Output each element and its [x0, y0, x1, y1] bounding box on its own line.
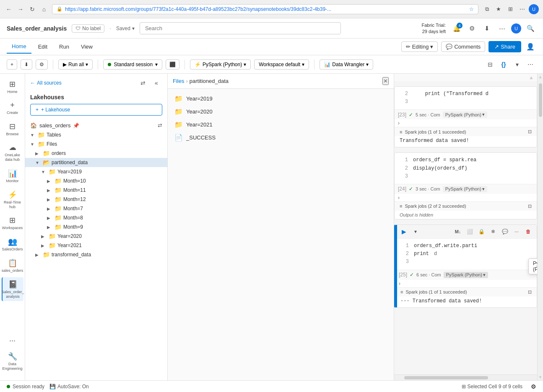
sidebar-item-realtime[interactable]: ⚡ Real-Time hub	[2, 188, 23, 212]
file-item-year2021[interactable]: 📁 Year=2021	[171, 118, 390, 131]
sidebar-item-workspaces[interactable]: ⊞ Workspaces	[2, 213, 23, 233]
file-item-year2020[interactable]: 📁 Year=2020	[171, 105, 390, 118]
tree-item-month8[interactable]: ▶ 📁 Month=8	[25, 213, 167, 222]
workspace-button[interactable]: Workspace default ▾	[254, 59, 309, 70]
pyspark-button[interactable]: ⚡ PySpark (Python) ▾	[190, 59, 251, 70]
add-lakehouse-button[interactable]: + + Lakehouse	[30, 104, 162, 116]
split-view-button[interactable]: ⊟	[484, 59, 496, 70]
share-button[interactable]: ↗ Share	[488, 41, 521, 52]
files-close-button[interactable]: ✕	[382, 77, 389, 85]
cell25-run-button[interactable]: ▶	[399, 227, 409, 237]
cell25-expand-chevron[interactable]: ›	[395, 280, 537, 287]
more-options-button[interactable]: ⋯	[496, 23, 508, 34]
saved-badge[interactable]: Saved ▾	[116, 26, 135, 31]
tree-item-year2021[interactable]: ▶ 📁 Year=2021	[25, 241, 167, 250]
tree-item-files[interactable]: ▼ 📁 Files	[25, 139, 167, 149]
sidebar-item-salesorders[interactable]: 👥 SalesOrders	[2, 235, 23, 254]
download-button[interactable]: ⬇	[481, 23, 493, 34]
run-all-button[interactable]: ▶ Run all ▾	[58, 59, 93, 70]
search-global-button[interactable]: 🔍	[525, 23, 536, 34]
toolbar-more-button[interactable]: ⋯	[525, 59, 536, 70]
sidebar-item-home[interactable]: ⊞ Home	[2, 77, 23, 97]
notification-bell-button[interactable]: 🔔 4	[451, 23, 462, 34]
sidebar-item-monitor[interactable]: 📊 Monitor	[2, 166, 23, 186]
cell25-markdown-button[interactable]: M↓	[453, 227, 463, 237]
explorer-expand-button[interactable]: «	[151, 77, 162, 89]
cell25-spark-jobs[interactable]: ≡ Spark jobs (1 of 1 succeeded) ⊡	[395, 287, 537, 297]
cell25-comment-button[interactable]: 💬	[500, 227, 510, 237]
menu-run[interactable]: Run	[54, 40, 74, 54]
breadcrumb-root-link[interactable]: Files	[173, 78, 184, 84]
sync-icon[interactable]: ⇄	[158, 122, 162, 129]
horizontal-scrollbar[interactable]	[394, 374, 537, 380]
menu-home[interactable]: Home	[7, 40, 31, 54]
add-code-button[interactable]: +	[7, 59, 17, 70]
settings-status-button[interactable]: ⚙	[531, 383, 536, 390]
session-button[interactable]: Standard session ▾	[103, 59, 162, 70]
tree-item-month9[interactable]: ▶ 📁 Month=9	[25, 222, 167, 232]
editing-button[interactable]: ✏ Editing ▾	[401, 41, 438, 52]
address-bar[interactable]: 🔒 https://app.fabric.microsoft.com/group…	[52, 4, 478, 14]
pin-icon[interactable]: 📌	[73, 123, 79, 129]
sidebar-item-data-engineering[interactable]: 🔧 Data Engineering	[2, 349, 23, 374]
settings-toolbar-button[interactable]: ⚙	[36, 59, 48, 70]
cell24-lang-badge[interactable]: PySpark (Python) ▾	[443, 186, 487, 192]
cell23-spark-jobs[interactable]: ≡ Spark jobs (1 of 1 succeeded) ⊡	[395, 127, 537, 136]
tree-item-month10[interactable]: ▶ 📁 Month=10	[25, 176, 167, 186]
all-sources-back-button[interactable]: ← All sources	[30, 80, 62, 86]
cell25-freeze-button[interactable]: ❄	[488, 227, 498, 237]
cell25-lock-button[interactable]: 🔒	[476, 227, 486, 237]
refresh-button[interactable]: ↻	[28, 5, 37, 14]
tree-item-orders[interactable]: ▶ 📁 orders	[25, 149, 167, 158]
sidebar-item-sales-orders2[interactable]: 📋 sales_orders	[2, 256, 23, 276]
settings-button[interactable]: ⚙	[466, 23, 478, 34]
people-button[interactable]: 👤	[525, 41, 536, 53]
tree-item-transformed-data[interactable]: ▶ 📁 transformed_data	[25, 250, 167, 259]
sidebar-item-more[interactable]: ···	[2, 334, 23, 348]
sidebar-item-onelake[interactable]: ☁ OneLake data hub	[2, 140, 23, 165]
tree-item-tables[interactable]: ▼ 📁 Tables	[25, 130, 167, 139]
cell23-expand-chevron[interactable]: ›	[395, 119, 537, 127]
no-label-badge[interactable]: 🛡 No label	[72, 24, 104, 33]
cell25-delete-button[interactable]: 🗑	[523, 227, 533, 237]
file-item-success[interactable]: 📄 _SUCCESS	[171, 131, 390, 144]
file-item-year2019[interactable]: 📁 Year=2019	[171, 92, 390, 105]
comments-button[interactable]: 💬 Comments	[441, 41, 485, 52]
favorites-button[interactable]: ★	[494, 4, 504, 14]
tree-item-year2019[interactable]: ▼ 📁 Year=2019	[25, 167, 167, 176]
download-toolbar-button[interactable]: ⬇	[21, 59, 32, 70]
back-button[interactable]: ←	[4, 5, 13, 14]
cell24-spark-jobs[interactable]: ≡ Spark jobs (2 of 2 succeeded) ⊡	[395, 201, 537, 211]
vertical-scrollbar[interactable]: ▲ ▼	[537, 74, 543, 380]
explorer-collapse-button[interactable]: ⇄	[137, 77, 149, 89]
tree-item-year2020[interactable]: ▶ 📁 Year=2020	[25, 232, 167, 241]
tree-item-partitioned-data[interactable]: ▼ 📂 partitioned_data	[25, 158, 167, 167]
tree-item-month12[interactable]: ▶ 📁 Month=12	[25, 195, 167, 204]
forward-button[interactable]: →	[16, 5, 25, 14]
tree-item-month7[interactable]: ▶ 📁 Month=7	[25, 204, 167, 213]
search-input[interactable]	[140, 22, 341, 34]
menu-view[interactable]: View	[76, 40, 98, 54]
cell24-expand-chevron[interactable]: ›	[395, 194, 537, 201]
sidebar-item-browse[interactable]: ⊟ Browse	[2, 119, 23, 139]
extensions-button[interactable]: ⧉	[482, 4, 492, 14]
data-wrangler-button[interactable]: 📊 Data Wrangler ▾	[320, 59, 373, 70]
menu-edit[interactable]: Edit	[33, 40, 52, 54]
stop-button[interactable]: ⬛	[166, 59, 179, 70]
sidebar-item-create[interactable]: + Create	[2, 98, 23, 118]
more-tools-button[interactable]: ⋯	[517, 4, 527, 14]
collections-button[interactable]: ⊞	[505, 4, 515, 14]
tree-item-month11[interactable]: ▶ 📁 Month=11	[25, 186, 167, 195]
home-button[interactable]: ⌂	[39, 5, 49, 14]
cell25-collapse-button[interactable]: ▾	[410, 227, 421, 237]
code-content[interactable]: 2 print ("Transformed d 3	[394, 81, 537, 374]
sidebar-item-analysis[interactable]: 📓 Sales_order_ analysis	[2, 277, 23, 302]
variable-explorer-button[interactable]: {}	[498, 59, 509, 70]
profile-avatar[interactable]: U	[529, 4, 539, 14]
cell25-expand-button[interactable]: ⬜	[465, 227, 475, 237]
toolbar-chevron-button[interactable]: ▾	[511, 59, 523, 70]
cell23-lang-badge[interactable]: PySpark (Python) ▾	[443, 111, 487, 118]
user-profile-avatar[interactable]: U	[511, 23, 521, 34]
cell25-lang-badge[interactable]: PySpark (Python) ▾	[444, 272, 488, 278]
cell25-more-button[interactable]: ···	[512, 227, 522, 237]
